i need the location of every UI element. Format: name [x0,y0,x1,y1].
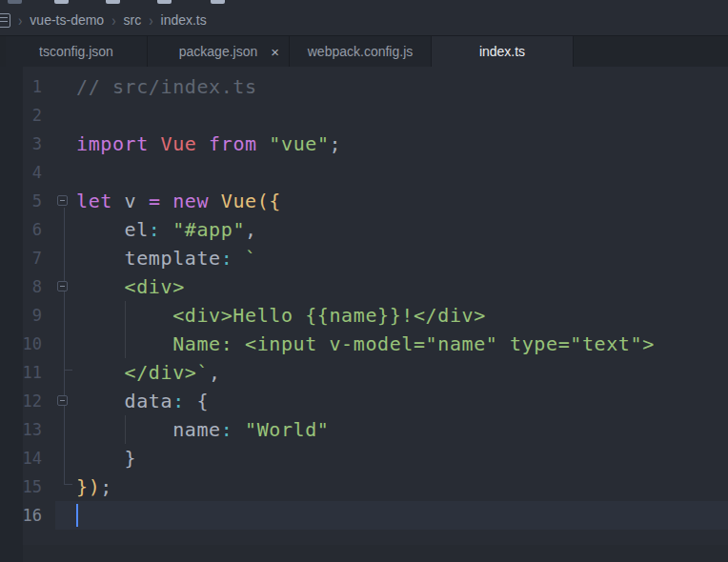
fold-collapse-icon[interactable] [57,281,68,291]
code-line-9[interactable]: 9 <div>Hello {{name}}!</div> [0,301,728,330]
code-text: <div>Hello {{name}}!</div> [76,301,728,330]
token-string: "vue" [269,132,329,155]
fold-column [55,415,76,444]
line-number: 12 [0,387,55,415]
breadcrumb-item[interactable]: index.ts [161,12,207,28]
line-body: data: { [55,387,728,415]
line-body: // src/index.ts [55,72,728,101]
line-body: </div>`, [55,358,728,387]
code-text: import Vue from "vue"; [76,130,728,158]
code-line-6[interactable]: 6 el: "#app", [0,215,728,244]
code-text: </div>`, [76,358,728,387]
code-line-7[interactable]: 7 template: ` [0,244,728,272]
token-fg [76,275,125,298]
line-number: 5 [0,187,55,215]
token-fg: , [245,218,257,241]
fold-column [55,101,76,130]
tab-webpack.config.js[interactable]: webpack.config.js [290,36,432,67]
code-line-10[interactable]: 10 Name: <input v-model="name" type="tex… [0,330,728,358]
line-body: el: "#app", [55,215,728,244]
code-text: } [76,444,728,472]
fold-column [55,272,76,301]
tab-label: webpack.config.js [308,44,414,59]
code-line-2[interactable]: 2 [0,101,728,130]
code-line-14[interactable]: 14 } [0,444,728,472]
code-text: name: "World" [76,415,728,444]
tab-tsconfig.json[interactable]: tsconfig.json [6,36,148,67]
token-fg: data [76,390,172,412]
code-line-1[interactable]: 1// src/index.ts [0,72,728,101]
line-number: 2 [0,101,55,130]
token-fg [161,218,173,241]
fold-column [55,444,76,472]
code-line-11[interactable]: 11 </div>`, [0,358,728,387]
fold-column [55,330,76,358]
tab-label: tsconfig.json [39,44,113,59]
token-class: Vue [221,190,257,212]
fold-collapse-icon[interactable] [57,395,68,406]
breadcrumb-item[interactable]: vue-ts-demo [30,12,104,28]
code-line-15[interactable]: 15}); [0,472,728,501]
token-fg [76,361,125,384]
line-number: 1 [0,72,55,101]
line-body: } [55,444,728,472]
token-string: <div> [125,275,185,298]
token-comment: // src/index.ts [76,75,257,98]
code-line-16[interactable]: 16 [0,501,728,530]
text-cursor [76,504,78,527]
token-string: "World" [245,418,330,441]
editor[interactable]: 1// src/index.ts23import Vue from "vue";… [0,67,728,562]
line-body: let v = new Vue({ [55,187,728,215]
breadcrumb: ›vue-ts-demo›src›index.ts [0,9,207,31]
fold-column [55,187,76,215]
code-lines: 1// src/index.ts23import Vue from "vue";… [0,72,728,530]
token-bracket: }) [76,475,100,498]
tab-label: index.ts [479,44,525,59]
token-fg: { [185,390,209,412]
token-punct: : [221,418,233,441]
line-body: import Vue from "vue"; [55,130,728,158]
line-number: 3 [0,130,55,158]
code-text: data: { [76,387,728,415]
token-punct: : [149,218,161,241]
close-icon[interactable]: × [271,45,279,59]
token-string: ` [245,247,257,270]
tab-package.json[interactable]: package.json× [148,36,290,67]
breadcrumb-bar: ›vue-ts-demo›src›index.ts [0,0,728,35]
fold-column [55,501,76,530]
line-body: <div>Hello {{name}}!</div> [55,301,728,330]
fold-column [55,130,76,158]
fold-column [55,72,76,101]
line-body: Name: <input v-model="name" type="text"> [55,330,728,358]
cutoff-icon [54,0,69,4]
fold-collapse-icon[interactable] [57,195,68,206]
tab-index.ts[interactable]: index.ts [432,36,574,67]
token-fg [233,418,245,441]
token-keyword: from [209,132,257,155]
breadcrumb-item[interactable]: src [124,12,142,28]
cutoff-icon [157,0,172,4]
code-text [76,101,728,130]
code-text [76,158,728,187]
line-body: }); [55,472,728,501]
code-line-5[interactable]: 5let v = new Vue({ [0,187,728,215]
cutoff-icon [8,0,22,4]
tab-bar: tsconfig.jsonpackage.json×webpack.config… [0,35,728,67]
line-number: 14 [0,444,55,472]
token-fg [76,332,172,355]
token-fg: } [76,447,136,470]
code-line-8[interactable]: 8 <div> [0,272,728,301]
code-line-4[interactable]: 4 [0,158,728,187]
code-line-3[interactable]: 3import Vue from "vue"; [0,130,728,158]
token-fg: , [209,361,221,384]
code-line-12[interactable]: 12 data: { [0,387,728,415]
line-number: 13 [0,415,55,444]
fold-column [55,244,76,272]
fold-column [55,158,76,187]
token-string: "#app" [172,218,245,241]
code-line-13[interactable]: 13 name: "World" [0,415,728,444]
code-text: let v = new Vue({ [76,187,728,215]
token-fg: ; [330,132,342,155]
code-text: }); [76,472,728,501]
token-fg: v [112,190,149,212]
